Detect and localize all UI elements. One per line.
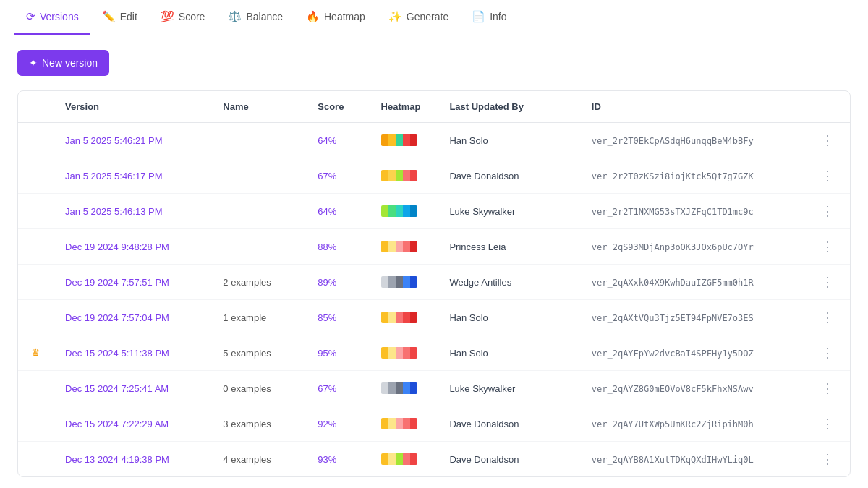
nav-item-versions[interactable]: ⟳ Versions <box>14 0 90 35</box>
heatmap-segment <box>381 312 388 323</box>
nav-item-edit[interactable]: ✏️ Edit <box>90 0 149 35</box>
heatmap-segment <box>410 241 417 252</box>
score-cell: 95% <box>306 335 369 371</box>
heatmap-segment <box>388 312 396 323</box>
more-button[interactable]: ⋮ <box>817 203 838 219</box>
version-cell[interactable]: Jan 5 2025 5:46:21 PM <box>54 123 211 158</box>
updated-by-text: Han Solo <box>449 348 488 359</box>
version-cell[interactable]: Dec 19 2024 9:48:28 PM <box>54 229 211 265</box>
heatmap-segment <box>388 241 396 252</box>
version-cell[interactable]: Dec 15 2024 7:22:29 AM <box>54 406 211 442</box>
heatmap-segment <box>410 347 417 359</box>
heatmap-segment <box>396 276 403 288</box>
heatmap-visual <box>381 382 417 394</box>
version-link[interactable]: Dec 15 2024 7:22:29 AM <box>65 419 169 429</box>
more-cell[interactable]: ⋮ <box>801 371 850 406</box>
heatmap-cell <box>370 158 438 194</box>
more-cell[interactable]: ⋮ <box>801 265 850 300</box>
heatmap-segment <box>396 241 403 252</box>
version-cell[interactable]: Dec 15 2024 7:25:41 AM <box>54 371 211 406</box>
version-cell[interactable]: Dec 19 2024 7:57:04 PM <box>54 300 211 335</box>
version-link[interactable]: Dec 19 2024 7:57:04 PM <box>65 312 169 323</box>
version-cell[interactable]: Jan 5 2025 5:46:13 PM <box>54 194 211 229</box>
heatmap-segment <box>396 347 403 359</box>
heatmap-segment <box>396 170 403 181</box>
more-cell[interactable]: ⋮ <box>801 229 850 265</box>
nav-item-score[interactable]: 💯 Score <box>149 0 217 35</box>
more-cell[interactable]: ⋮ <box>801 123 850 158</box>
crown-cell <box>18 194 54 229</box>
name-cell: 2 examples <box>211 265 306 300</box>
version-cell[interactable]: Dec 15 2024 5:11:38 PM <box>54 335 211 371</box>
version-link[interactable]: Dec 13 2024 4:19:38 PM <box>65 454 169 465</box>
heatmap-segment <box>388 205 396 217</box>
heatmap-segment <box>410 276 417 288</box>
heatmap-segment <box>410 205 417 217</box>
version-link[interactable]: Jan 5 2025 5:46:13 PM <box>65 206 162 217</box>
more-cell[interactable]: ⋮ <box>801 442 850 477</box>
more-cell[interactable]: ⋮ <box>801 158 850 194</box>
new-version-button[interactable]: ✦ New version <box>17 50 109 76</box>
nav-label-versions: Versions <box>40 11 79 22</box>
nav-item-info[interactable]: 📄 Info <box>460 0 518 35</box>
page-content: ✦ New version Version Name Score Heatmap… <box>0 35 868 488</box>
table-row: ♛Dec 15 2024 5:11:38 PM5 examples95%Han … <box>18 335 850 371</box>
heatmap-segment <box>381 453 388 465</box>
app-container: ⟳ Versions ✏️ Edit 💯 Score ⚖️ Balance 🔥 … <box>0 0 868 488</box>
more-button[interactable]: ⋮ <box>817 380 838 396</box>
score-value: 67% <box>318 383 336 394</box>
more-button[interactable]: ⋮ <box>817 451 838 467</box>
th-more <box>801 91 850 123</box>
nav-item-balance[interactable]: ⚖️ Balance <box>216 0 294 35</box>
updated-by-cell: Dave Donaldson <box>438 158 579 194</box>
version-link[interactable]: Jan 5 2025 5:46:21 PM <box>65 135 162 146</box>
heatmap-segment <box>410 382 417 394</box>
name-text: 0 examples <box>223 383 271 394</box>
version-link[interactable]: Jan 5 2025 5:46:17 PM <box>65 171 162 181</box>
heatmap-segment <box>403 347 410 359</box>
score-value: 67% <box>318 171 336 181</box>
more-cell[interactable]: ⋮ <box>801 300 850 335</box>
version-link[interactable]: Dec 19 2024 7:57:51 PM <box>65 277 169 288</box>
nav-label-heatmap: Heatmap <box>324 11 365 22</box>
heatmap-segment <box>410 453 417 465</box>
heatmap-segment <box>381 276 388 288</box>
balance-icon: ⚖️ <box>228 10 242 23</box>
more-cell[interactable]: ⋮ <box>801 406 850 442</box>
version-cell[interactable]: Jan 5 2025 5:46:17 PM <box>54 158 211 194</box>
heatmap-segment <box>388 170 396 181</box>
score-value: 93% <box>318 454 336 465</box>
more-button[interactable]: ⋮ <box>817 168 838 184</box>
more-cell[interactable]: ⋮ <box>801 194 850 229</box>
heatmap-segment <box>403 205 410 217</box>
more-button[interactable]: ⋮ <box>817 345 838 361</box>
name-cell: 5 examples <box>211 335 306 371</box>
more-button[interactable]: ⋮ <box>817 132 838 148</box>
crown-cell <box>18 158 54 194</box>
generate-icon: ✨ <box>388 10 402 23</box>
version-cell[interactable]: Dec 19 2024 7:57:51 PM <box>54 265 211 300</box>
more-button[interactable]: ⋮ <box>817 274 838 290</box>
nav-label-generate: Generate <box>407 11 448 22</box>
id-cell: ver_2qAYFpYw2dvcBaI4SPFHy1y5DOZ <box>580 335 801 371</box>
version-link[interactable]: Dec 19 2024 9:48:28 PM <box>65 241 169 252</box>
name-cell <box>211 194 306 229</box>
version-link[interactable]: Dec 15 2024 5:11:38 PM <box>65 348 169 359</box>
more-cell[interactable]: ⋮ <box>801 335 850 371</box>
more-button[interactable]: ⋮ <box>817 239 838 254</box>
more-button[interactable]: ⋮ <box>817 309 838 325</box>
heatmap-segment <box>396 382 403 394</box>
more-button[interactable]: ⋮ <box>817 416 838 432</box>
version-link[interactable]: Dec 15 2024 7:25:41 AM <box>65 383 169 394</box>
heatmap-visual <box>381 276 417 288</box>
updated-by-cell: Luke Skywalker <box>438 194 579 229</box>
version-cell[interactable]: Dec 13 2024 4:19:38 PM <box>54 442 211 477</box>
id-value: ver_2qAYB8A1XutTDKqQXdIHwYLiq0L <box>592 455 754 465</box>
updated-by-text: Dave Donaldson <box>449 171 519 181</box>
nav-item-generate[interactable]: ✨ Generate <box>377 0 460 35</box>
score-cell: 85% <box>306 300 369 335</box>
th-heatmap: Heatmap <box>370 91 438 123</box>
nav-item-heatmap[interactable]: 🔥 Heatmap <box>294 0 377 35</box>
heatmap-segment <box>396 205 403 217</box>
heatmap-visual <box>381 170 417 181</box>
